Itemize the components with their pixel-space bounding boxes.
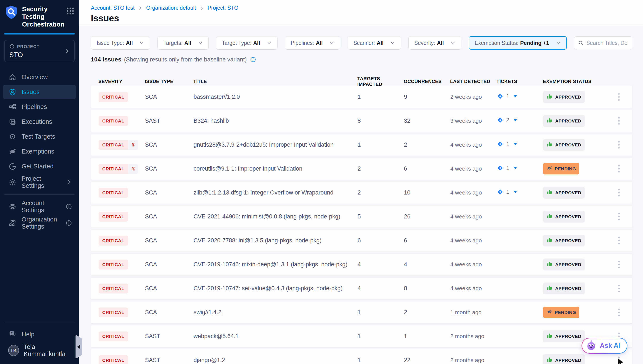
info-icon[interactable] <box>66 203 72 210</box>
row-menu-button[interactable] <box>616 91 622 103</box>
project-selector[interactable]: PROJECT STO <box>4 40 75 62</box>
table-row[interactable]: CRITICAL SCA CVE-2021-44906: minimist@0.… <box>91 206 632 228</box>
occurrences-cell: 2 <box>404 309 450 316</box>
table-row[interactable]: CRITICAL SCA bassmaster//1.2.0 1 9 2 wee… <box>91 86 632 108</box>
column-header[interactable]: LAST DETECTED <box>450 79 496 84</box>
row-menu-button[interactable] <box>616 187 622 198</box>
row-menu-button[interactable] <box>616 163 622 175</box>
column-header[interactable]: TICKETS <box>496 79 543 84</box>
issue-type-cell: SAST <box>145 333 194 340</box>
thumb-up-icon <box>546 213 553 220</box>
sidebar-item-organization-settings[interactable]: Organization Settings <box>3 216 76 230</box>
table-row[interactable]: CRITICAL SCA coreutils@9.1-1: Improper I… <box>91 158 632 180</box>
occurrences-cell: 8 <box>404 285 450 292</box>
exemption-status-badge: APPROVED <box>543 187 585 198</box>
sidebar-item-test-targets[interactable]: Test Targets <box>3 130 76 144</box>
ticket-dropdown-caret[interactable] <box>513 119 517 122</box>
info-icon[interactable] <box>250 56 256 62</box>
column-header[interactable]: TARGETS IMPACTED <box>357 76 404 87</box>
issue-type-cell: SCA <box>145 189 194 196</box>
issue-title-cell: django@1.2 <box>194 357 358 364</box>
table-row[interactable]: CRITICAL SAST B324: hashlib 8 32 3 weeks… <box>91 110 632 132</box>
last-detected-cell: 1 month ago <box>450 309 497 316</box>
row-menu-button[interactable] <box>616 306 622 318</box>
issue-type-cell: SCA <box>145 142 194 148</box>
tickets-cell[interactable]: 1 <box>497 93 517 100</box>
ticket-dropdown-caret[interactable] <box>513 167 517 169</box>
last-detected-cell: 2 weeks ago <box>450 94 497 100</box>
table-row[interactable]: CRITICAL SCA swig//1.4.2 1 2 1 month ago <box>91 301 632 324</box>
column-header[interactable]: OCCURRENCES <box>404 79 450 84</box>
page-header: Account: STO test Organization: default … <box>79 0 643 26</box>
ticket-count: 1 <box>506 165 509 172</box>
row-menu-button[interactable] <box>616 139 622 151</box>
sidebar-item-get-started[interactable]: Get Started <box>3 159 76 174</box>
user-menu[interactable]: TK Teja Kummarikuntla <box>3 343 76 358</box>
layers-gear-icon <box>9 203 17 210</box>
sidebar-item-project-settings[interactable]: Project Settings <box>3 175 76 189</box>
sidebar-item-help[interactable]: ? Help <box>3 327 76 341</box>
tickets-cell[interactable]: 1 <box>497 140 517 148</box>
search-input[interactable] <box>586 40 628 46</box>
cube-icon <box>9 44 15 50</box>
filter-dropdown[interactable]: Scanner: All <box>348 36 401 50</box>
main-content: Account: STO test Organization: default … <box>79 0 643 364</box>
sidebar-item-label: Account Settings <box>22 200 61 214</box>
ticket-dropdown-caret[interactable] <box>513 95 517 98</box>
last-detected-cell: 3 weeks ago <box>450 118 497 124</box>
table-row[interactable]: CRITICAL SAST django@1.2 1 22 2 months a… <box>91 349 632 364</box>
filter-dropdown[interactable]: Issue Type: All <box>91 36 150 50</box>
ai-robot-icon <box>585 340 597 352</box>
table-row[interactable]: CRITICAL SCA gnutls28@3.7.9-2+deb12u5: I… <box>91 134 632 156</box>
column-header[interactable]: TITLE <box>193 79 357 84</box>
issue-title-cell: CVE-2019-10747: set-value@0.4.3 (lang-pk… <box>194 285 358 292</box>
sidebar-item-pipelines[interactable]: Pipelines <box>3 100 76 114</box>
sidebar-header: Security Testing Orchestration <box>0 0 79 32</box>
table-row[interactable]: CRITICAL SCA zlib@1:1.2.13.dfsg-1: Integ… <box>91 182 632 204</box>
status-label: APPROVED <box>555 334 581 339</box>
table-row[interactable]: CRITICAL SCA CVE-2019-10746: mixin-deep@… <box>91 254 632 276</box>
sidebar-item-executions[interactable]: Executions <box>3 114 76 129</box>
filter-dropdown[interactable]: Exemption Status: Pending +1 <box>469 36 567 50</box>
ticket-dropdown-caret[interactable] <box>513 143 517 145</box>
exemption-status-badge: APPROVED <box>543 234 585 246</box>
column-header[interactable]: ISSUE TYPE <box>145 79 193 84</box>
row-menu-button[interactable] <box>616 211 622 222</box>
ask-ai-button[interactable]: Ask AI <box>581 338 627 354</box>
column-header[interactable]: SEVERITY <box>98 79 145 84</box>
breadcrumb-item[interactable]: Organization: default <box>146 5 196 11</box>
sidebar-item-issues[interactable]: Issues <box>3 85 76 99</box>
row-menu-button[interactable] <box>616 282 622 294</box>
tickets-cell[interactable]: 2 <box>497 117 517 124</box>
breadcrumb-item[interactable]: Project: STO <box>208 5 238 11</box>
sidebar-item-exemptions[interactable]: Exemptions <box>3 144 76 159</box>
filter-dropdown[interactable]: Targets: All <box>158 36 209 50</box>
column-header[interactable]: EXEMPTION STATUS <box>543 79 605 84</box>
sidebar-item-account-settings[interactable]: Account Settings <box>3 200 76 214</box>
jira-ticket-icon <box>497 140 504 148</box>
filter-dropdown[interactable]: Severity: All <box>408 36 461 50</box>
row-menu-button[interactable] <box>616 115 622 127</box>
chevron-right-icon <box>64 48 70 54</box>
severity-badge: CRITICAL <box>99 92 128 102</box>
breadcrumb-item[interactable]: Account: STO test <box>91 5 134 11</box>
svg-text:?: ? <box>11 332 13 335</box>
row-menu-button[interactable] <box>616 234 622 246</box>
info-icon[interactable] <box>66 220 72 226</box>
sidebar-item-overview[interactable]: Overview <box>3 70 76 84</box>
module-grid-icon[interactable] <box>66 6 75 16</box>
filter-dropdown[interactable]: Pipelines: All <box>285 36 340 50</box>
filter-dropdown[interactable]: Target Type: All <box>216 36 277 50</box>
occurrences-cell: 32 <box>404 118 450 124</box>
sidebar-collapse-handle[interactable] <box>76 335 82 359</box>
exemption-status-badge: APPROVED <box>543 91 585 103</box>
tickets-cell[interactable]: 1 <box>497 188 517 195</box>
table-row[interactable]: CRITICAL SAST webpack@5.64.1 1 1 2 month… <box>91 325 632 348</box>
row-menu-button[interactable] <box>616 258 622 270</box>
table-row[interactable]: CRITICAL SCA CVE-2020-7788: ini@1.3.5 (l… <box>91 230 632 252</box>
issue-title-cell: B324: hashlib <box>194 118 358 124</box>
table-row[interactable]: CRITICAL SCA CVE-2019-10747: set-value@0… <box>91 277 632 300</box>
tickets-cell[interactable]: 1 <box>497 164 517 172</box>
occurrences-cell: 9 <box>404 94 450 100</box>
ticket-dropdown-caret[interactable] <box>513 191 517 193</box>
